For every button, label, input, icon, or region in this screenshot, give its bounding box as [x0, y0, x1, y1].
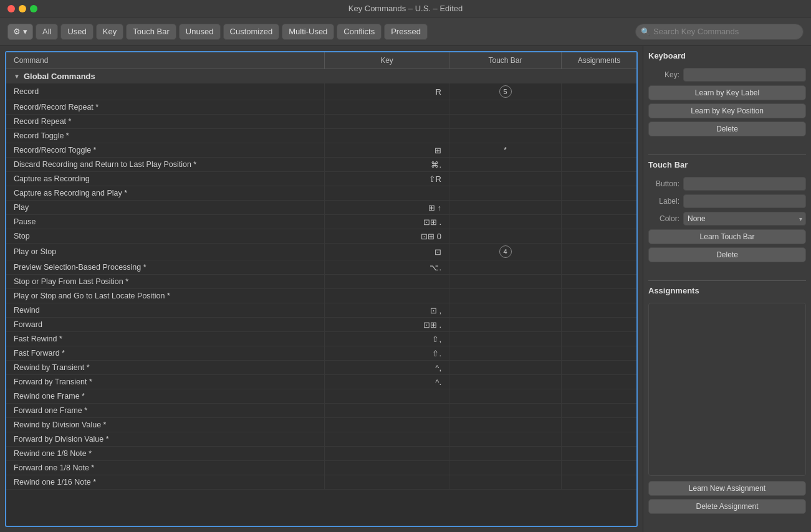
assignments-cell: [562, 244, 636, 260]
minimize-button[interactable]: [19, 5, 26, 12]
maximize-button[interactable]: [30, 5, 37, 12]
filter-btn-conflicts[interactable]: Conflicts: [337, 24, 382, 40]
label-row: Label:: [648, 194, 806, 208]
filter-btn-key[interactable]: Key: [96, 24, 123, 40]
touchbar-cell: [449, 475, 562, 489]
group-row[interactable]: ▼Global Commands: [6, 69, 636, 83]
button-label: Button:: [648, 179, 679, 188]
table-row[interactable]: Play or Stop⊡4: [6, 244, 636, 260]
table-row[interactable]: Forward⊡⊞ .: [6, 318, 636, 332]
color-select[interactable]: NoneRedOrangeYellowGreenBluePurple: [683, 212, 806, 226]
key-cell: ⇧.: [325, 346, 449, 360]
command-cell: Forward by Transient *: [6, 375, 325, 389]
table-row[interactable]: Play⊞ ↑: [6, 201, 636, 215]
search-input[interactable]: [635, 24, 804, 40]
command-cell: Stop: [6, 229, 325, 243]
button-row: Button:: [648, 177, 806, 191]
touchbar-cell: [449, 418, 562, 432]
command-cell: Capture as Recording and Play *: [6, 186, 325, 200]
command-cell: Stop or Play From Last Position *: [6, 275, 325, 288]
table-row[interactable]: Discard Recording and Return to Last Pla…: [6, 158, 636, 172]
assignments-cell: [562, 432, 636, 446]
command-cell: Rewind one 1/8 Note *: [6, 447, 325, 460]
assignments-cell: [562, 275, 636, 288]
touchbar-cell: [449, 332, 562, 346]
table-row[interactable]: Rewind by Transient *^,: [6, 361, 636, 375]
key-cell: ^.: [325, 375, 449, 389]
table-row[interactable]: Stop or Play From Last Position *: [6, 275, 636, 289]
assignments-cell: [562, 361, 636, 374]
assignments-area: [648, 303, 806, 476]
table-row[interactable]: Fast Rewind *⇧,: [6, 332, 636, 346]
touchbar-cell: [449, 389, 562, 403]
touchbar-cell: [449, 229, 562, 243]
filter-btn-all[interactable]: All: [36, 24, 58, 40]
learn-by-key-position-button[interactable]: Learn by Key Position: [648, 103, 806, 118]
filter-btn-pressed[interactable]: Pressed: [384, 24, 428, 40]
divider-1: [648, 154, 806, 155]
command-cell: Rewind one Frame *: [6, 389, 325, 403]
table-row[interactable]: Forward by Division Value *: [6, 432, 636, 447]
key-cell: [325, 129, 449, 143]
key-cell: R: [325, 83, 449, 100]
table-row[interactable]: Record/Record Repeat *: [6, 100, 636, 115]
table-row[interactable]: Capture as Recording and Play *: [6, 186, 636, 201]
filter-btn-multi-used[interactable]: Multi-Used: [282, 24, 334, 40]
table-body[interactable]: ▼Global CommandsRecordR5Record/Record Re…: [6, 69, 636, 526]
table-row[interactable]: Fast Forward *⇧.: [6, 346, 636, 361]
table-row[interactable]: Rewind one Frame *: [6, 389, 636, 404]
key-cell: ⊡: [325, 244, 449, 260]
filter-btn-unused[interactable]: Unused: [179, 24, 221, 40]
table-row[interactable]: Capture as Recording⇧R: [6, 172, 636, 186]
table-row[interactable]: Record Repeat *: [6, 115, 636, 129]
table-row[interactable]: Forward by Transient *^.: [6, 375, 636, 389]
touchbar-button-input[interactable]: [683, 177, 806, 191]
table-row[interactable]: Play or Stop and Go to Last Locate Posit…: [6, 289, 636, 303]
group-name: Global Commands: [24, 72, 95, 81]
command-cell: Discard Recording and Return to Last Pla…: [6, 158, 325, 171]
assignments-cell: [562, 475, 636, 489]
key-cell: [325, 275, 449, 288]
table-row[interactable]: Rewind one 1/16 Note *: [6, 475, 636, 490]
table-row[interactable]: Rewind⊡ ,: [6, 303, 636, 318]
delete-assignment-button[interactable]: Delete Assignment: [648, 499, 806, 514]
command-cell: Play or Stop and Go to Last Locate Posit…: [6, 289, 325, 303]
key-label: Key:: [648, 70, 679, 79]
table-row[interactable]: RecordR5: [6, 83, 636, 100]
right-panel: Keyboard Key: Learn by Key Label Learn b…: [643, 46, 811, 532]
filter-btn-touchbar[interactable]: Touch Bar: [126, 24, 176, 40]
learn-by-key-label-button[interactable]: Learn by Key Label: [648, 85, 806, 100]
table-row[interactable]: Record/Record Toggle *⊞*: [6, 143, 636, 158]
touchbar-label-input[interactable]: [683, 194, 806, 208]
header-touchbar: Touch Bar: [449, 52, 562, 69]
assignments-cell: [562, 303, 636, 317]
key-cell: [325, 289, 449, 303]
command-cell: Forward: [6, 318, 325, 331]
commands-panel: Command Key Touch Bar Assignments ▼Globa…: [5, 51, 638, 527]
filter-btn-customized[interactable]: Customized: [223, 24, 280, 40]
key-cell: [325, 432, 449, 446]
learn-touch-bar-button[interactable]: Learn Touch Bar: [648, 229, 806, 244]
table-row[interactable]: Preview Selection-Based Processing *⌥.: [6, 260, 636, 275]
table-row[interactable]: Forward one Frame *: [6, 404, 636, 418]
assignments-cell: [562, 389, 636, 403]
learn-new-assignment-button[interactable]: Learn New Assignment: [648, 481, 806, 496]
filter-btn-used[interactable]: Used: [60, 24, 93, 40]
touchbar-cell: [449, 129, 562, 143]
table-row[interactable]: Record Toggle *: [6, 129, 636, 143]
key-input[interactable]: [683, 68, 806, 82]
close-button[interactable]: [7, 5, 15, 12]
table-row[interactable]: Forward one 1/8 Note *: [6, 461, 636, 475]
table-row[interactable]: Pause⊡⊞ .: [6, 215, 636, 229]
table-row[interactable]: Rewind by Division Value *: [6, 418, 636, 432]
touchbar-delete-button[interactable]: Delete: [648, 247, 806, 262]
table-row[interactable]: Rewind one 1/8 Note *: [6, 447, 636, 461]
table-row[interactable]: Stop⊡⊞ 0: [6, 229, 636, 244]
gear-button[interactable]: ⚙ ▾: [7, 24, 33, 40]
touchbar-cell: [449, 158, 562, 171]
touchbar-cell: 5: [449, 83, 562, 100]
gear-chevron: ▾: [23, 27, 27, 36]
assignments-cell: [562, 215, 636, 229]
header-command: Command: [6, 52, 325, 69]
keyboard-delete-button[interactable]: Delete: [648, 121, 806, 136]
